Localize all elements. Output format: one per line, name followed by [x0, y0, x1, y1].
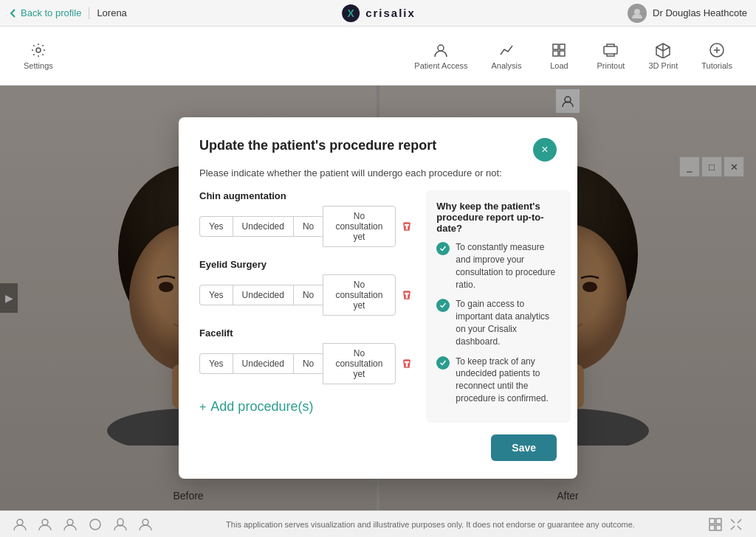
patient-access-icon: [433, 42, 449, 58]
save-button[interactable]: Save: [491, 434, 557, 461]
print3d-label: 3D Print: [648, 61, 678, 70]
patient-access-label: Patient Access: [414, 61, 467, 70]
user-icon-5[interactable]: [137, 516, 154, 533]
delete-icon: [401, 221, 413, 232]
svg-rect-31: [716, 519, 721, 524]
logo-icon: X: [340, 3, 361, 24]
modal-procedures: Chin augmentation Yes Undecided No No co…: [199, 190, 414, 423]
svg-rect-32: [709, 525, 715, 530]
logo: X crisalix: [340, 3, 416, 24]
check-icon: [439, 302, 447, 309]
print3d-icon: [655, 42, 671, 58]
user-icon-3[interactable]: [62, 516, 78, 533]
facelift-section: Facelift Yes Undecided No No consultatio…: [199, 328, 414, 384]
facelift-yes-button[interactable]: Yes: [199, 353, 233, 374]
delete-icon: [401, 289, 413, 301]
benefit-text-2: To gain access to important data analyti…: [456, 298, 560, 347]
benefits-title: Why keep the patient's procedure report …: [436, 201, 560, 234]
disclaimer-text: This application serves visualization an…: [154, 520, 707, 529]
add-procedure-button[interactable]: + Add procedure(s): [199, 399, 414, 415]
toolbar-right: Patient Access Analysis Load Printout 3D…: [402, 36, 744, 76]
modal-footer: Save: [199, 434, 557, 461]
chin-delete-button[interactable]: [400, 216, 415, 237]
user-icon-1[interactable]: [12, 516, 28, 533]
printout-button[interactable]: Printout: [585, 36, 636, 76]
circle-icon[interactable]: [87, 516, 103, 533]
settings-icon: [30, 42, 47, 58]
eyelid-no-consultation-button[interactable]: No consultation yet: [323, 274, 395, 316]
load-icon: [551, 42, 567, 58]
load-button[interactable]: Load: [533, 36, 585, 76]
svg-point-4: [438, 45, 444, 51]
top-bar-divider: [89, 7, 89, 19]
add-procedure-plus-icon: +: [199, 401, 206, 414]
back-to-profile-link[interactable]: Back to profile: [9, 7, 81, 18]
modal-subtitle: Please indicate whether the patient will…: [199, 167, 557, 179]
svg-point-2: [634, 9, 640, 15]
svg-rect-7: [553, 51, 558, 56]
chin-yes-button[interactable]: Yes: [199, 216, 233, 237]
eyelid-surgery-section: Eyelid Surgery Yes Undecided No No consu…: [199, 259, 414, 316]
benefit-check-3: [436, 356, 450, 370]
check-icon: [439, 359, 447, 367]
modal-benefits-panel: Why keep the patient's procedure report …: [426, 190, 571, 423]
user-name: Dr Douglas Heathcote: [653, 7, 747, 18]
svg-point-25: [42, 519, 48, 525]
printout-label: Printout: [597, 61, 625, 70]
toolbar: Settings Patient Access Analysis Load: [0, 27, 756, 86]
eyelid-delete-button[interactable]: [400, 285, 415, 305]
modal-dialog: Update the patient's procedure report × …: [179, 117, 577, 479]
chin-no-button[interactable]: No: [293, 216, 323, 237]
main-content: Before: [0, 86, 756, 510]
status-bar: This application serves visualization an…: [0, 510, 756, 537]
svg-point-29: [142, 519, 148, 525]
eyelid-yes-button[interactable]: Yes: [199, 285, 233, 305]
facelift-delete-button[interactable]: [400, 353, 415, 374]
analysis-button[interactable]: Analysis: [480, 36, 534, 76]
chin-augmentation-name: Chin augmentation: [199, 190, 414, 201]
printout-icon: [602, 42, 619, 58]
patient-name: Lorena: [97, 7, 126, 18]
settings-label: Settings: [24, 61, 53, 70]
print3d-button[interactable]: 3D Print: [636, 36, 690, 76]
check-icon: [439, 245, 447, 252]
benefit-text-3: To keep track of any undecided patients …: [456, 356, 560, 405]
user-silhouette-icon[interactable]: [112, 516, 128, 533]
chin-undecided-button[interactable]: Undecided: [233, 216, 293, 237]
svg-rect-8: [560, 51, 565, 56]
delete-icon: [401, 358, 413, 370]
patient-access-button[interactable]: Patient Access: [402, 36, 479, 76]
benefit-item-3: To keep track of any undecided patients …: [436, 356, 560, 405]
benefit-text-1: To constantly measure and improve your c…: [456, 241, 560, 291]
user-info: Dr Douglas Heathcote: [628, 4, 747, 23]
tutorials-button[interactable]: Tutorials: [690, 36, 744, 76]
expand-bottom-icon[interactable]: [728, 516, 744, 533]
chin-augmentation-section: Chin augmentation Yes Undecided No No co…: [199, 190, 414, 247]
user-avatar: [628, 4, 647, 23]
facelift-no-button[interactable]: No: [293, 353, 323, 374]
eyelid-undecided-button[interactable]: Undecided: [233, 285, 293, 305]
logo-text: crisalix: [365, 7, 416, 19]
benefit-check-2: [436, 299, 450, 312]
facelift-undecided-button[interactable]: Undecided: [233, 353, 293, 374]
back-link-label: Back to profile: [21, 7, 81, 18]
load-label: Load: [550, 61, 568, 70]
svg-text:X: X: [347, 7, 354, 19]
modal-header: Update the patient's procedure report ×: [199, 138, 557, 162]
eyelid-no-button[interactable]: No: [293, 285, 323, 305]
user-icon-2[interactable]: [37, 516, 53, 533]
bottom-right-controls: [707, 516, 744, 533]
svg-point-27: [90, 519, 100, 530]
top-bar: Back to profile Lorena X crisalix Dr Dou…: [0, 0, 756, 27]
settings-button[interactable]: Settings: [12, 36, 65, 76]
settings-bottom-icon[interactable]: [707, 516, 724, 533]
facelift-name: Facelift: [199, 328, 414, 339]
svg-rect-5: [553, 44, 558, 49]
svg-rect-6: [560, 44, 565, 49]
facelift-no-consultation-button[interactable]: No consultation yet: [323, 343, 395, 384]
svg-point-3: [36, 48, 41, 52]
modal-close-button[interactable]: ×: [533, 138, 557, 162]
tutorials-icon: [709, 42, 725, 58]
benefit-check-1: [436, 242, 450, 255]
chin-no-consultation-button[interactable]: No consultation yet: [323, 206, 395, 247]
